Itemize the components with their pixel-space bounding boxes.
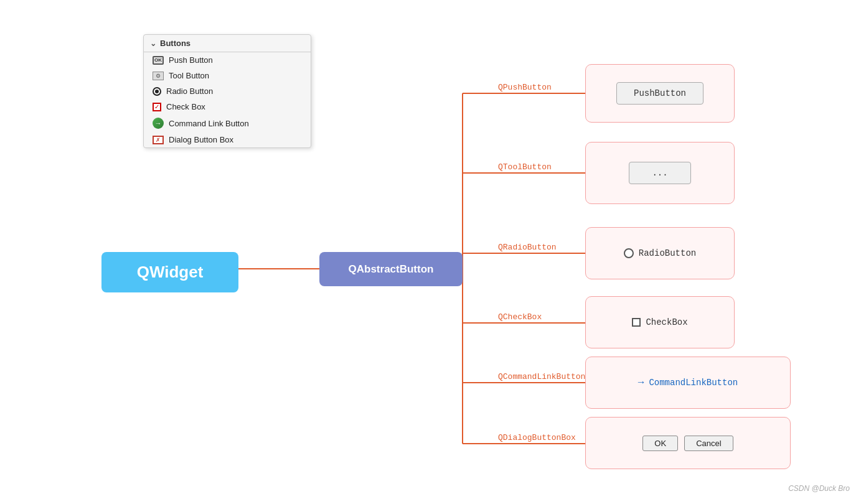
list-item[interactable]: Radio Button bbox=[144, 83, 311, 99]
qabstractbutton-label: QAbstractButton bbox=[349, 263, 434, 276]
list-item[interactable]: ✗ Dialog Button Box bbox=[144, 132, 311, 147]
qabstractbutton-node: QAbstractButton bbox=[319, 252, 463, 286]
qpushbutton-label: QPushButton bbox=[498, 83, 552, 92]
radiobutton-text: RadioButton bbox=[639, 248, 696, 258]
radiobutton-preview: RadioButton bbox=[585, 227, 735, 279]
qcheckbox-label: QCheckBox bbox=[498, 312, 542, 322]
checkbox-widget: CheckBox bbox=[632, 317, 687, 327]
checkbox-text: CheckBox bbox=[646, 317, 687, 327]
command-link-label: Command Link Button bbox=[169, 119, 249, 128]
dialog-ok-text: OK bbox=[654, 439, 666, 448]
pushbutton-text: PushButton bbox=[634, 88, 686, 98]
commandlink-preview: → CommandLinkButton bbox=[585, 357, 791, 409]
toolbutton-widget: ... bbox=[629, 162, 691, 184]
qradiobutton-label: QRadioButton bbox=[498, 243, 557, 252]
arrow-icon: → bbox=[638, 377, 644, 388]
watermark-text: CSDN @Duck Bro bbox=[788, 484, 850, 493]
dialog-ok-button[interactable]: OK bbox=[642, 436, 678, 451]
radio-circle-icon bbox=[624, 248, 634, 258]
pushbutton-widget: PushButton bbox=[616, 82, 703, 105]
dialog-cancel-button[interactable]: Cancel bbox=[684, 436, 733, 451]
checkbox-box-icon bbox=[632, 318, 641, 327]
check-box-label: Check Box bbox=[166, 102, 205, 111]
dialog-icon: ✗ bbox=[153, 136, 164, 144]
qcommandlink-label: QCommandLinkButton bbox=[498, 372, 585, 381]
pushbutton-preview: PushButton bbox=[585, 64, 735, 123]
dialogbuttonbox-widget: OK Cancel bbox=[642, 436, 733, 451]
tool-icon: ⚙ bbox=[153, 72, 164, 80]
check-icon: ✓ bbox=[153, 103, 161, 111]
chevron-down-icon: ⌄ bbox=[150, 39, 156, 48]
radio-button-label: Radio Button bbox=[166, 86, 213, 96]
toolbutton-preview: ... bbox=[585, 142, 735, 204]
commandlink-widget: → CommandLinkButton bbox=[638, 377, 738, 388]
push-button-label: Push Button bbox=[169, 55, 213, 65]
panel-title: Buttons bbox=[160, 39, 191, 48]
ok-icon: OK bbox=[153, 56, 164, 65]
watermark: CSDN @Duck Bro bbox=[788, 484, 850, 493]
dialog-button-label: Dialog Button Box bbox=[169, 135, 233, 144]
panel-header: ⌄ Buttons bbox=[144, 35, 311, 52]
list-item[interactable]: ✓ Check Box bbox=[144, 99, 311, 114]
commandlink-text: CommandLinkButton bbox=[649, 378, 738, 388]
list-item[interactable]: OK Push Button bbox=[144, 52, 311, 68]
qwidget-label: QWidget bbox=[137, 263, 204, 282]
list-item[interactable]: → Command Link Button bbox=[144, 114, 311, 132]
radiobutton-widget: RadioButton bbox=[624, 248, 696, 258]
qwidget-node: QWidget bbox=[101, 252, 238, 292]
qtoolbutton-label: QToolButton bbox=[498, 162, 552, 172]
checkbox-preview: CheckBox bbox=[585, 296, 735, 348]
cmd-icon: → bbox=[153, 118, 164, 129]
radio-icon bbox=[153, 87, 161, 96]
list-item[interactable]: ⚙ Tool Button bbox=[144, 68, 311, 83]
dialog-cancel-text: Cancel bbox=[696, 439, 721, 448]
toolbutton-text: ... bbox=[652, 168, 667, 178]
dialogbuttonbox-preview: OK Cancel bbox=[585, 417, 791, 469]
tool-button-label: Tool Button bbox=[169, 71, 209, 80]
widget-panel: ⌄ Buttons OK Push Button ⚙ Tool Button R… bbox=[143, 34, 311, 148]
qdialogbuttonbox-label: QDialogButtonBox bbox=[498, 433, 576, 442]
